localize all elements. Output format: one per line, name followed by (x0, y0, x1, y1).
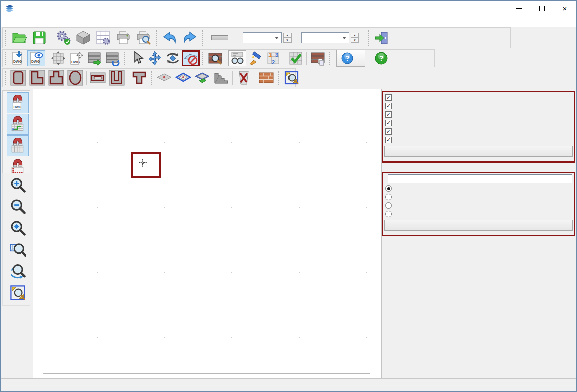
rect-column-section-button[interactable] (9, 69, 28, 87)
checkbox-slabs[interactable] (383, 119, 574, 127)
delete-by-id-button[interactable] (384, 220, 573, 231)
close-button[interactable]: × (553, 1, 576, 16)
checkbox-checked-icon[interactable] (385, 137, 392, 143)
checkbox-checked-icon[interactable] (385, 94, 392, 101)
maximize-button[interactable] (530, 1, 553, 16)
floor-select[interactable] (243, 32, 282, 43)
slab-edge-tool-button[interactable] (174, 69, 193, 87)
eyeglasses-icon (230, 51, 245, 66)
building-copy-icon (310, 51, 325, 66)
display-options-button[interactable] (228, 50, 246, 66)
U-section-icon (109, 70, 125, 86)
delete-section-button[interactable] (234, 69, 253, 87)
drawing-canvas[interactable] (33, 89, 381, 379)
radio-beams[interactable] (383, 193, 574, 201)
checkbox-walls[interactable] (383, 102, 574, 110)
snap-grid-button[interactable] (7, 135, 29, 156)
radio-icon[interactable] (385, 211, 392, 217)
exit-button[interactable] (372, 28, 392, 47)
close-icon: × (563, 5, 567, 12)
how-to-button[interactable]: ? (336, 50, 365, 67)
zoom-window-button[interactable] (7, 239, 29, 260)
checkbox-checked-icon[interactable] (385, 103, 392, 109)
open-project-button[interactable] (9, 28, 29, 47)
background-spinner[interactable]: ▲▼ (351, 33, 359, 43)
radio-columns-walls[interactable] (383, 184, 574, 193)
checkbox-columns[interactable] (383, 93, 574, 102)
background-select[interactable] (301, 32, 349, 43)
minimize-button[interactable] (507, 1, 530, 16)
zoom-dynamic-button[interactable] (7, 218, 29, 239)
spin-down-icon[interactable]: ▼ (283, 38, 292, 43)
zoom-selection-button[interactable] (282, 69, 301, 87)
materials-button[interactable] (73, 28, 93, 47)
dwg-import-button[interactable]: DWG (9, 50, 27, 66)
zoom-rotate-button[interactable] (7, 261, 29, 282)
redo-button[interactable] (180, 28, 200, 47)
check-model-button[interactable] (286, 50, 305, 66)
undo-icon (161, 30, 178, 46)
spin-down-icon[interactable]: ▼ (351, 38, 359, 43)
checkbox-checked-icon[interactable] (385, 111, 392, 118)
status-bar (1, 378, 576, 391)
tools-toolbar: DWG DWG DWG (1, 49, 576, 68)
zoom-in-button[interactable] (7, 175, 29, 196)
title-bar: × (1, 1, 576, 16)
dwg-offset-button[interactable]: DWG (67, 50, 85, 66)
snap-lines-button[interactable] (7, 114, 29, 135)
building-export-button[interactable] (85, 50, 103, 66)
circular-column-section-button[interactable] (66, 69, 85, 87)
zoom-out-button[interactable] (7, 196, 29, 217)
delete-rectangle-button[interactable] (384, 146, 573, 157)
radio-selected-icon[interactable] (385, 185, 392, 192)
find-element-button[interactable] (206, 50, 224, 66)
checkbox-stairs[interactable] (383, 127, 574, 136)
open-folder-icon (11, 30, 27, 46)
help-button[interactable]: ? (372, 50, 390, 66)
snap-lines-icon (10, 116, 26, 132)
undo-button[interactable] (160, 28, 180, 47)
save-project-button[interactable] (29, 28, 49, 47)
L-column-section-button[interactable] (28, 69, 47, 87)
move-tool-button[interactable] (146, 50, 164, 66)
infill-wall-button[interactable] (257, 69, 276, 87)
stairs-tool-button[interactable] (212, 69, 231, 87)
structural-model-button[interactable] (211, 35, 228, 40)
element-id-input[interactable] (388, 174, 572, 183)
renumber-button[interactable]: 132 (264, 50, 282, 66)
svg-text:1: 1 (269, 52, 272, 58)
checkbox-slab-edges[interactable] (383, 136, 574, 144)
floor-spinner[interactable]: ▲▼ (283, 33, 292, 43)
tbeam-section-button[interactable] (130, 69, 149, 87)
delete-tool-button[interactable] (182, 50, 200, 66)
print-button[interactable] (113, 28, 133, 47)
U-wall-section-button[interactable] (107, 69, 126, 87)
copy-floor-button[interactable] (309, 50, 327, 66)
radio-icon[interactable] (385, 202, 392, 209)
rotate-icon (165, 51, 180, 66)
spin-up-icon[interactable]: ▲ (283, 33, 292, 38)
checkbox-checked-icon[interactable] (385, 128, 392, 135)
radio-icon[interactable] (385, 194, 392, 200)
wall-section-button[interactable] (88, 69, 107, 87)
slab-tool-button[interactable] (155, 69, 174, 87)
rotate-tool-button[interactable] (164, 50, 182, 66)
paint-properties-button[interactable] (246, 50, 264, 66)
project-settings-button[interactable] (53, 28, 73, 47)
dwg-visibility-button[interactable]: DWG (27, 50, 45, 66)
checkbox-beams[interactable] (383, 110, 574, 119)
radio-stairs[interactable] (383, 210, 574, 218)
grid-extend-button[interactable] (49, 50, 67, 66)
select-tool-button[interactable] (128, 50, 146, 66)
T-column-section-button[interactable] (47, 69, 66, 87)
print-preview-button[interactable] (133, 28, 153, 47)
grid-settings-button[interactable] (93, 28, 113, 47)
id-row (386, 174, 572, 183)
snap-dwg-button[interactable]: DWG (7, 92, 29, 113)
zoom-extents-button[interactable] (7, 282, 29, 303)
cantilever-tool-button[interactable] (193, 69, 212, 87)
building-regenerate-button[interactable] (103, 50, 121, 66)
radio-slabs[interactable] (383, 201, 574, 210)
checkbox-checked-icon[interactable] (385, 120, 392, 126)
spin-up-icon[interactable]: ▲ (351, 33, 359, 38)
